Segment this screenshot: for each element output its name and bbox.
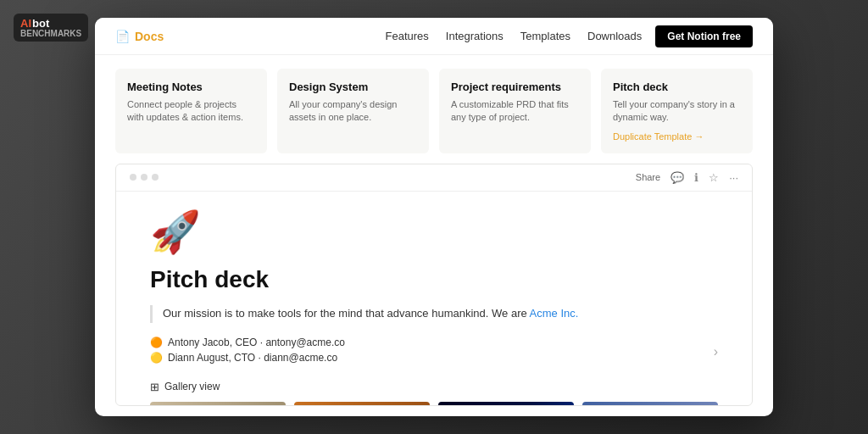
- gallery-item-problem[interactable]: The problem: [150, 402, 286, 405]
- outer-container: AI bot BENCHMARKS 📄 Docs Features Integr…: [0, 0, 868, 434]
- template-card-meeting-notes[interactable]: Meeting Notes Connect people & projects …: [115, 69, 267, 153]
- share-button[interactable]: Share: [636, 172, 660, 182]
- gallery-label[interactable]: ⊞ Gallery view: [150, 381, 718, 393]
- contact-2-icon: 🟡: [150, 352, 163, 364]
- template-card-project-req[interactable]: Project requirements A customizable PRD …: [439, 69, 591, 153]
- mission-text: Our mission is to make tools for the min…: [163, 307, 530, 320]
- docs-icon: 📄: [115, 30, 130, 43]
- logo-bench: BENCHMARKS: [20, 30, 81, 38]
- template-desc-pitch: Tell your company's story in a dynamic w…: [613, 98, 741, 125]
- toolbar-actions: Share 💬 ℹ ☆ ···: [636, 171, 738, 184]
- share-label: Share: [636, 172, 660, 182]
- template-title-design: Design System: [289, 81, 417, 93]
- nav-logo-label: Docs: [135, 30, 164, 43]
- nav-downloads[interactable]: Downloads: [587, 30, 642, 42]
- template-card-design-system[interactable]: Design System All your company's design …: [277, 69, 429, 153]
- nav-logo[interactable]: 📄 Docs: [115, 30, 164, 43]
- doc-mission: Our mission is to make tools for the min…: [150, 305, 718, 323]
- doc-contacts: 🟠 Antony Jacob, CEO · antony@acme.co 🟡 D…: [150, 337, 718, 367]
- gallery-thumb-tam: [294, 402, 430, 405]
- more-icon: ···: [729, 171, 738, 184]
- gallery-item-solution[interactable]: Our solution: [582, 402, 718, 405]
- comment-button[interactable]: 💬: [670, 171, 684, 184]
- gallery-thumb-solution: [582, 402, 718, 405]
- logo-bot: bot: [32, 17, 49, 30]
- get-notion-button[interactable]: Get Notion free: [655, 25, 753, 47]
- comment-icon: 💬: [670, 171, 684, 184]
- contact-2-name: Diann August, CTO · diann@acme.co: [168, 352, 337, 364]
- gallery-item-tam[interactable]: The TAM: [294, 402, 430, 405]
- main-content: Share 💬 ℹ ☆ ···: [115, 164, 753, 406]
- star-button[interactable]: ☆: [709, 171, 719, 184]
- dot-1: [130, 174, 136, 181]
- template-desc-design: All your company's design assets in one …: [289, 98, 417, 125]
- doc-body: 🚀 Pitch deck Our mission is to make tool…: [116, 192, 752, 405]
- more-button[interactable]: ···: [729, 171, 738, 184]
- gallery-label-text: Gallery view: [164, 381, 220, 392]
- info-icon: ℹ: [694, 171, 698, 184]
- gallery-item-why[interactable]: Why now?: [438, 402, 574, 405]
- browser-window: 📄 Docs Features Integrations Templates D…: [95, 18, 773, 416]
- nav-integrations[interactable]: Integrations: [446, 30, 504, 42]
- gallery-thumb-why: [438, 402, 574, 405]
- templates-row: Meeting Notes Connect people & projects …: [95, 55, 773, 164]
- doc-title: Pitch deck: [150, 266, 718, 293]
- logo-badge: AI bot BENCHMARKS: [14, 14, 88, 42]
- dot-3: [152, 174, 159, 181]
- duplicate-template-link[interactable]: Duplicate Template →: [613, 131, 741, 142]
- toolbar-dots: [130, 174, 159, 181]
- nav-links: Features Integrations Templates Download…: [386, 30, 643, 42]
- contact-1: 🟠 Antony Jacob, CEO · antony@acme.co: [150, 337, 704, 348]
- template-title-pitch: Pitch deck: [613, 81, 741, 93]
- mission-link[interactable]: Acme Inc.: [530, 307, 579, 320]
- nav-templates[interactable]: Templates: [520, 30, 570, 42]
- template-desc-project: A customizable PRD that fits any type of…: [451, 98, 579, 125]
- top-nav: 📄 Docs Features Integrations Templates D…: [95, 18, 773, 55]
- dot-2: [141, 174, 147, 181]
- template-title-meeting: Meeting Notes: [127, 81, 255, 93]
- doc-emoji: 🚀: [150, 209, 718, 256]
- gallery-grid: The problem The TAM Why now? Our solutio…: [150, 402, 718, 405]
- contacts-expand-button[interactable]: ›: [714, 344, 718, 359]
- contact-1-name: Antony Jacob, CEO · antony@acme.co: [168, 337, 345, 348]
- doc-toolbar: Share 💬 ℹ ☆ ···: [116, 164, 752, 192]
- contact-2: 🟡 Diann August, CTO · diann@acme.co: [150, 352, 704, 364]
- star-icon: ☆: [709, 171, 719, 184]
- gallery-thumb-problem: [150, 402, 286, 405]
- template-card-pitch-deck[interactable]: Pitch deck Tell your company's story in …: [601, 69, 753, 153]
- contacts-list: 🟠 Antony Jacob, CEO · antony@acme.co 🟡 D…: [150, 337, 704, 367]
- logo-ai: AI: [20, 17, 31, 30]
- gallery-icon: ⊞: [150, 381, 159, 393]
- template-desc-meeting: Connect people & projects with updates &…: [127, 98, 255, 125]
- template-title-project: Project requirements: [451, 81, 579, 93]
- info-button[interactable]: ℹ: [694, 171, 698, 184]
- contact-1-icon: 🟠: [150, 337, 163, 348]
- nav-features[interactable]: Features: [386, 30, 429, 42]
